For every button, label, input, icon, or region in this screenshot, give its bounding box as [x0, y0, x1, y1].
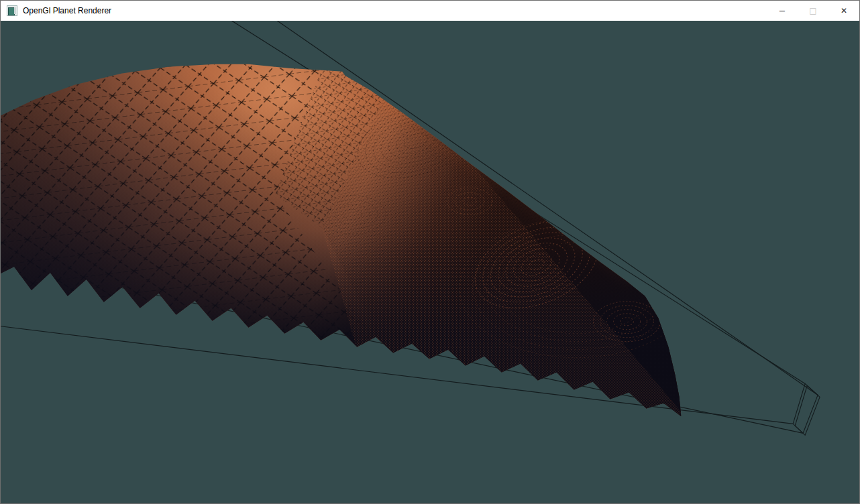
- window-controls: ─ □ ✕: [767, 1, 859, 21]
- title-bar[interactable]: OpenGl Planet Renderer ─ □ ✕: [1, 1, 859, 21]
- planet-render-canvas[interactable]: [1, 21, 859, 503]
- minimize-button[interactable]: ─: [767, 1, 798, 21]
- app-icon: [7, 5, 17, 16]
- app-window: OpenGl Planet Renderer ─ □ ✕: [0, 0, 860, 504]
- window-title: OpenGl Planet Renderer: [23, 6, 111, 15]
- close-button[interactable]: ✕: [828, 1, 859, 21]
- gl-viewport[interactable]: [1, 21, 859, 503]
- maximize-button[interactable]: □: [798, 1, 828, 21]
